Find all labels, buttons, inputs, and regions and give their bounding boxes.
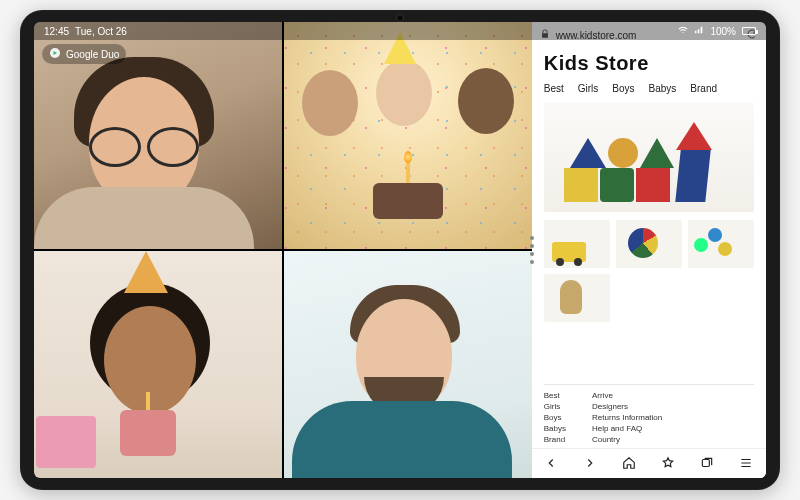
tabs-icon[interactable] xyxy=(700,456,714,472)
nav-item[interactable]: Babys xyxy=(649,83,677,94)
product-thumb[interactable] xyxy=(616,220,682,268)
video-call-pane: Google Duo xyxy=(34,22,532,478)
nav-item[interactable]: Brand xyxy=(690,83,717,94)
screen: 12:45 Tue, Oct 26 100% xyxy=(34,22,766,478)
video-tile[interactable] xyxy=(284,251,532,478)
page-footer: Best Girls Boys Babys Brand Arrive Desig… xyxy=(544,384,754,448)
footer-link[interactable]: Babys xyxy=(544,424,566,433)
hero-image[interactable] xyxy=(544,102,754,212)
footer-link[interactable]: Brand xyxy=(544,435,566,444)
footer-link[interactable]: Arrive xyxy=(592,391,754,400)
app-name: Google Duo xyxy=(66,49,119,60)
browser-pane: www.kidstore.com Kids Store Best Girls B… xyxy=(532,22,766,478)
product-thumb[interactable] xyxy=(544,274,610,322)
nav-item[interactable]: Girls xyxy=(578,83,599,94)
web-page[interactable]: Kids Store Best Girls Boys Babys Brand xyxy=(532,46,766,448)
video-tile[interactable] xyxy=(34,251,282,478)
video-tile[interactable] xyxy=(284,22,532,249)
category-nav: Best Girls Boys Babys Brand xyxy=(544,83,754,94)
product-grid xyxy=(544,220,754,322)
battery-pct: 100% xyxy=(710,26,736,37)
footer-link[interactable]: Best xyxy=(544,391,566,400)
signal-icon xyxy=(694,25,704,37)
bookmark-icon[interactable] xyxy=(661,456,675,472)
nav-item[interactable]: Best xyxy=(544,83,564,94)
home-icon[interactable] xyxy=(622,456,636,472)
status-date: Tue, Oct 26 xyxy=(75,26,127,37)
product-thumb[interactable] xyxy=(688,220,754,268)
app-badge[interactable]: Google Duo xyxy=(42,44,126,64)
battery-icon xyxy=(742,27,756,35)
footer-link[interactable]: Girls xyxy=(544,402,566,411)
participant-thumbnail xyxy=(34,251,282,478)
footer-link[interactable]: Help and FAQ xyxy=(592,424,754,433)
duo-icon xyxy=(49,47,61,61)
tablet-frame: 12:45 Tue, Oct 26 100% xyxy=(20,10,780,490)
participant-thumbnail xyxy=(284,22,532,249)
footer-link[interactable]: Returns Information xyxy=(592,413,754,422)
page-title: Kids Store xyxy=(544,52,754,75)
participant-thumbnail xyxy=(284,251,532,478)
nav-item[interactable]: Boys xyxy=(612,83,634,94)
forward-icon[interactable] xyxy=(583,456,597,472)
status-bar: 12:45 Tue, Oct 26 100% xyxy=(34,22,766,40)
svg-rect-1 xyxy=(703,459,710,466)
split-view-handle[interactable] xyxy=(529,230,535,270)
footer-link[interactable]: Designers xyxy=(592,402,754,411)
status-time: 12:45 xyxy=(44,26,69,37)
footer-link[interactable]: Boys xyxy=(544,413,566,422)
browser-bottom-nav xyxy=(532,448,766,478)
product-thumb[interactable] xyxy=(544,220,610,268)
footer-link[interactable]: Country xyxy=(592,435,754,444)
back-icon[interactable] xyxy=(544,456,558,472)
front-camera xyxy=(396,14,404,22)
menu-icon[interactable] xyxy=(739,456,753,472)
wifi-icon xyxy=(678,25,688,37)
